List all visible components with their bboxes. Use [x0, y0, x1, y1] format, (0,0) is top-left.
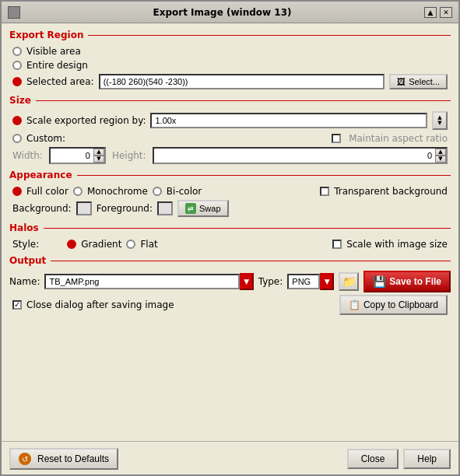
- titlebar: Export Image (window 13) ▲ ✕: [2, 2, 458, 23]
- main-content: Export Region Visible area Entire design…: [2, 23, 458, 439]
- scale-spinner[interactable]: ▲ ▼: [432, 111, 448, 130]
- height-down-btn[interactable]: ▼: [435, 156, 446, 163]
- bottom-right: Close Help: [347, 449, 451, 469]
- width-down-btn[interactable]: ▼: [93, 156, 104, 163]
- width-input[interactable]: [51, 149, 93, 162]
- scale-field[interactable]: [150, 113, 427, 128]
- scale-combo-wrap: [150, 113, 427, 128]
- height-spinner-wrap: ▲ ▼: [153, 147, 448, 164]
- width-spinner-wrap: ▲ ▼: [49, 147, 106, 164]
- flat-radio[interactable]: [126, 240, 135, 249]
- monochrome-label: Monochrome: [87, 186, 148, 197]
- output-name-row: Name: ▼ Type: ▼ 📁 💾 Save to File: [9, 271, 451, 292]
- select-icon: 🖼: [397, 77, 406, 86]
- gradient-radio[interactable]: [67, 240, 76, 249]
- halos-section: Halos Style: Gradient Flat Scale with im…: [9, 222, 451, 250]
- foreground-label: Foreground:: [97, 203, 153, 214]
- close-dialog-checkbox[interactable]: [12, 300, 22, 310]
- transparent-bg-checkbox[interactable]: [320, 187, 329, 196]
- swap-button[interactable]: ⇄ Swap: [177, 200, 229, 217]
- style-label: Style:: [12, 239, 39, 250]
- bi-color-radio[interactable]: [153, 187, 162, 196]
- halos-header: Halos: [9, 222, 451, 233]
- minimize-button[interactable]: ▲: [424, 7, 437, 18]
- close-button[interactable]: ✕: [440, 7, 452, 18]
- full-color-radio[interactable]: [12, 187, 22, 196]
- copy-icon: 📋: [349, 299, 360, 310]
- height-spinner-btns: ▲ ▼: [435, 149, 446, 163]
- copy-to-clipboard-button[interactable]: 📋 Copy to Clipboard: [339, 295, 448, 315]
- reset-btn-label: Reset to Defaults: [37, 453, 109, 464]
- help-btn-label: Help: [417, 453, 437, 464]
- transparent-bg-label: Transparent background: [334, 186, 448, 197]
- save-to-file-button[interactable]: 💾 Save to File: [363, 271, 451, 292]
- save-icon: 💾: [373, 275, 386, 288]
- flat-label: Flat: [140, 239, 157, 250]
- maintain-aspect-checkbox[interactable]: [332, 134, 341, 143]
- scale-with-image-checkbox[interactable]: [332, 240, 342, 249]
- copy-btn-label: Copy to Clipboard: [363, 299, 438, 310]
- scale-label: Scale exported region by:: [26, 115, 146, 126]
- monochrome-radio[interactable]: [73, 187, 83, 196]
- halos-row: Style: Gradient Flat Scale with image si…: [9, 238, 451, 250]
- type-dropdown-btn[interactable]: ▼: [320, 273, 334, 290]
- maintain-aspect-label: Maintain aspect ratio: [349, 133, 448, 144]
- background-label: Background:: [12, 203, 72, 214]
- visible-area-radio[interactable]: [12, 47, 22, 56]
- selected-area-row: Selected area: 🖼 Select...: [9, 73, 451, 90]
- custom-label: Custom:: [26, 133, 65, 144]
- type-label: Type:: [258, 276, 283, 287]
- width-spinner-btns: ▲ ▼: [93, 149, 104, 163]
- full-color-label: Full color: [26, 186, 68, 197]
- arrow-down-icon: ▼: [437, 121, 441, 126]
- selected-area-field[interactable]: [99, 74, 385, 89]
- bottom-bar: ↺ Reset to Defaults Close Help: [2, 443, 458, 474]
- folder-button[interactable]: 📁: [339, 272, 359, 291]
- scale-radio[interactable]: [12, 116, 22, 125]
- select-btn-label: Select...: [409, 77, 440, 86]
- width-label: Width:: [12, 150, 43, 161]
- custom-radio[interactable]: [12, 134, 22, 143]
- close-dialog-row: Close dialog after saving image 📋 Copy t…: [9, 294, 451, 316]
- size-section: Size Scale exported region by: ▲ ▼ Custo…: [9, 95, 451, 165]
- help-button[interactable]: Help: [403, 449, 451, 469]
- reset-to-defaults-button[interactable]: ↺ Reset to Defaults: [9, 448, 118, 470]
- custom-row: Custom: Maintain aspect ratio: [9, 132, 451, 145]
- foreground-swatch[interactable]: [157, 201, 173, 215]
- export-region-header: Export Region: [9, 30, 451, 40]
- bottom-left: ↺ Reset to Defaults: [9, 448, 118, 470]
- type-input[interactable]: [287, 274, 320, 289]
- height-up-btn[interactable]: ▲: [435, 149, 446, 156]
- scale-with-image-label: Scale with image size: [346, 239, 448, 250]
- save-btn-label: Save to File: [389, 276, 441, 287]
- reset-icon: ↺: [19, 453, 31, 465]
- select-button[interactable]: 🖼 Select...: [389, 74, 448, 89]
- output-section: Output Name: ▼ Type: ▼ 📁 💾 Save to File: [9, 255, 451, 316]
- titlebar-buttons: ▲ ✕: [424, 7, 452, 18]
- gradient-label: Gradient: [81, 239, 121, 250]
- output-header: Output: [9, 255, 451, 266]
- height-input[interactable]: [154, 149, 435, 162]
- bg-fg-row: Background: Foreground: ⇄ Swap: [9, 199, 451, 218]
- close-button[interactable]: Close: [347, 449, 399, 469]
- scale-row: Scale exported region by: ▲ ▼: [9, 110, 451, 131]
- height-label: Height:: [112, 150, 146, 161]
- close-dialog-label: Close dialog after saving image: [26, 299, 174, 310]
- entire-design-row: Entire design: [9, 59, 451, 72]
- export-image-window: Export Image (window 13) ▲ ✕ Export Regi…: [0, 0, 460, 476]
- close-btn-label: Close: [361, 453, 385, 464]
- name-input[interactable]: [44, 274, 239, 289]
- visible-area-label: Visible area: [26, 46, 81, 57]
- bottom-divider: [2, 441, 458, 442]
- type-combo: ▼: [287, 273, 334, 290]
- entire-design-radio[interactable]: [12, 61, 22, 70]
- background-swatch[interactable]: [76, 201, 92, 215]
- selected-area-label: Selected area:: [26, 76, 94, 87]
- name-dropdown-btn[interactable]: ▼: [240, 273, 254, 290]
- appearance-header: Appearance: [9, 170, 451, 180]
- color-mode-row: Full color Monochrome Bi-color Transpare…: [9, 185, 451, 198]
- width-height-row: Width: ▲ ▼ Height: ▲ ▼: [9, 146, 451, 165]
- bi-color-label: Bi-color: [167, 186, 202, 197]
- width-up-btn[interactable]: ▲: [93, 149, 104, 156]
- selected-area-radio[interactable]: [12, 77, 22, 86]
